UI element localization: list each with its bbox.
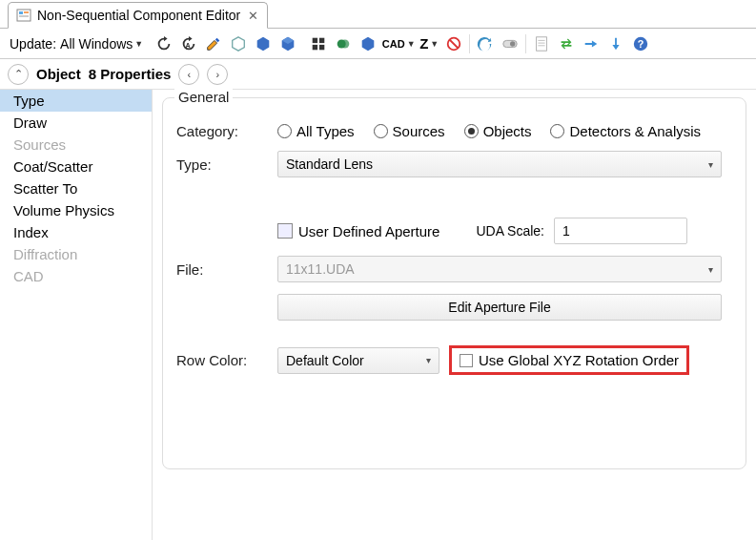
next-button[interactable]: › xyxy=(207,64,228,85)
chevron-left-icon: ‹ xyxy=(188,69,192,80)
cube-outline-icon[interactable] xyxy=(227,32,250,55)
radio-icon xyxy=(464,124,479,138)
editor-tab-icon xyxy=(16,8,31,23)
chevron-down-icon: ▾ xyxy=(708,159,713,170)
editor-tab-title: Non-Sequential Component Editor xyxy=(37,8,240,23)
svg-rect-5 xyxy=(313,37,317,42)
type-select[interactable]: Standard Lens ▾ xyxy=(277,151,722,177)
svg-rect-6 xyxy=(319,37,324,42)
arrow-down-icon[interactable] xyxy=(604,32,627,55)
general-fieldset: General Category: All Types Sources Obje… xyxy=(162,97,746,469)
radio-detectors[interactable]: Detectors & Analysis xyxy=(550,123,701,139)
radio-icon xyxy=(374,124,388,138)
edit-icon[interactable] xyxy=(202,32,225,55)
caret-down-icon: ▼ xyxy=(430,39,439,49)
uda-checkbox[interactable]: User Defined Aperture xyxy=(277,223,439,239)
rotate-icon[interactable] xyxy=(474,32,497,55)
sidebar-item-sources: Sources xyxy=(0,134,152,156)
svg-rect-2 xyxy=(24,11,29,13)
svg-rect-8 xyxy=(319,44,324,49)
row-color-select[interactable]: Default Color ▾ xyxy=(277,347,439,374)
update-dropdown[interactable]: Update: All Windows ▼ xyxy=(6,36,143,52)
svg-text:?: ? xyxy=(638,37,644,49)
sidebar: Type Draw Sources Coat/Scatter Scatter T… xyxy=(0,90,153,540)
refresh-all-icon[interactable]: A xyxy=(177,32,200,55)
radio-icon xyxy=(277,124,292,138)
uda-scale-input[interactable]: 1 xyxy=(554,218,687,244)
global-xyz-highlight: Use Global XYZ Rotation Order xyxy=(449,345,689,375)
type-label: Type: xyxy=(176,156,268,173)
update-value: All Windows xyxy=(60,36,133,52)
row-color-label: Row Color: xyxy=(176,352,268,368)
svg-rect-15 xyxy=(537,36,547,50)
chevron-right-icon: › xyxy=(216,69,220,80)
toolbar: Update: All Windows ▼ A CAD▼ Z▼ ? xyxy=(0,29,756,59)
radio-all-types[interactable]: All Types xyxy=(277,123,355,139)
category-radio-group: All Types Sources Objects Detectors & An… xyxy=(277,123,701,139)
z-dropdown[interactable]: Z▼ xyxy=(418,32,440,55)
grid-icon[interactable] xyxy=(307,32,330,55)
overlap-icon[interactable] xyxy=(332,32,355,55)
sidebar-item-cad: CAD xyxy=(0,265,152,287)
chevron-down-icon: ▾ xyxy=(708,264,713,275)
sidebar-item-diffraction: Diffraction xyxy=(0,243,152,265)
sidebar-item-draw[interactable]: Draw xyxy=(0,112,152,134)
main-area: Type Draw Sources Coat/Scatter Scatter T… xyxy=(0,90,756,540)
file-select: 11x11.UDA ▾ xyxy=(277,256,722,282)
document-icon[interactable] xyxy=(530,32,553,55)
uda-scale-label: UDA Scale: xyxy=(476,223,544,239)
refresh-icon[interactable] xyxy=(153,32,175,55)
source-icon[interactable] xyxy=(252,32,275,55)
editor-tab[interactable]: Non-Sequential Component Editor ✕ xyxy=(8,2,268,29)
svg-point-10 xyxy=(341,39,350,48)
update-label: Update: xyxy=(6,36,58,52)
help-icon[interactable]: ? xyxy=(629,32,652,55)
collapse-button[interactable]: ⌃ xyxy=(8,64,29,85)
prev-button[interactable]: ‹ xyxy=(178,64,199,85)
radio-sources[interactable]: Sources xyxy=(374,123,445,139)
svg-text:A: A xyxy=(186,40,191,49)
sidebar-item-type[interactable]: Type xyxy=(0,90,152,112)
svg-point-14 xyxy=(510,41,515,46)
properties-label: 8 Properties xyxy=(89,66,172,82)
radio-icon xyxy=(550,124,564,138)
checkbox-icon xyxy=(277,223,293,239)
swap-icon[interactable] xyxy=(555,32,578,55)
svg-rect-7 xyxy=(313,44,317,49)
svg-line-12 xyxy=(450,39,459,48)
chevron-down-icon: ▾ xyxy=(426,355,431,365)
object-icon[interactable] xyxy=(276,32,299,55)
content-panel: General Category: All Types Sources Obje… xyxy=(153,90,756,540)
cad-dropdown[interactable]: CAD▼ xyxy=(387,32,410,55)
checkbox-icon xyxy=(460,354,473,367)
sidebar-item-scatter-to[interactable]: Scatter To xyxy=(0,177,152,199)
chevron-up-icon: ⌃ xyxy=(14,68,23,80)
header-bar: ⌃ Object 8 Properties ‹ › xyxy=(0,59,756,90)
sidebar-item-coat-scatter[interactable]: Coat/Scatter xyxy=(0,156,152,177)
toggle-icon[interactable] xyxy=(499,32,521,55)
general-legend: General xyxy=(174,89,233,105)
global-xyz-checkbox[interactable]: Use Global XYZ Rotation Order xyxy=(460,352,679,368)
close-icon[interactable]: ✕ xyxy=(246,9,259,22)
category-label: Category: xyxy=(176,123,268,139)
caret-down-icon: ▼ xyxy=(134,39,143,49)
sidebar-item-index[interactable]: Index xyxy=(0,221,152,243)
radio-objects[interactable]: Objects xyxy=(464,123,532,139)
svg-rect-1 xyxy=(19,11,23,14)
sidebar-item-volume-physics[interactable]: Volume Physics xyxy=(0,199,152,221)
arrow-right-icon[interactable] xyxy=(580,32,603,55)
prohibit-icon[interactable] xyxy=(442,32,465,55)
edit-aperture-button[interactable]: Edit Aperture File xyxy=(277,294,722,321)
tab-bar: Non-Sequential Component Editor ✕ xyxy=(0,0,756,29)
caret-down-icon: ▼ xyxy=(407,39,416,49)
file-label: File: xyxy=(176,261,268,278)
hex-icon[interactable] xyxy=(357,32,379,55)
object-label: Object xyxy=(36,66,81,82)
svg-rect-3 xyxy=(19,15,29,17)
